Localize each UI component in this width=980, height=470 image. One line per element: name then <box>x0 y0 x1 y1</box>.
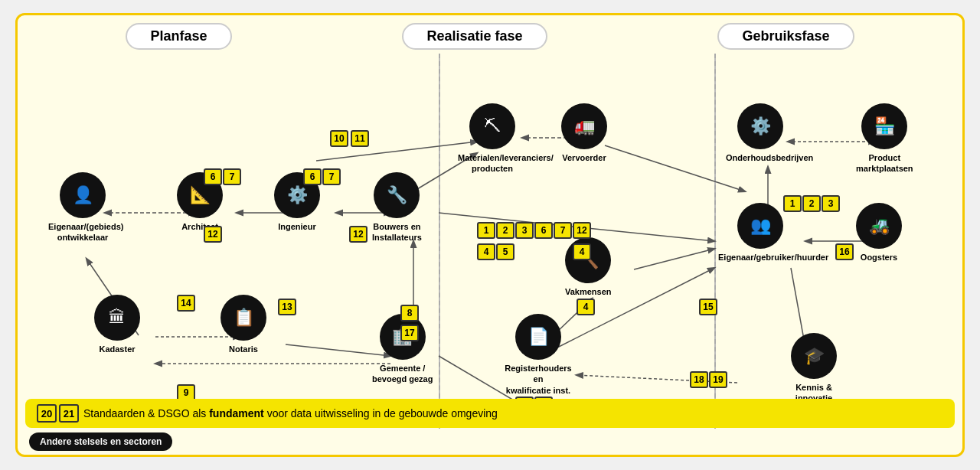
diagram-area: 👤 Eigenaar/(gebieds)ontwikkelaar 📐 Archi… <box>25 54 955 429</box>
product-icon: 🏪 <box>861 103 907 149</box>
banner-text-normal: Standaarden & DSGO als <box>83 407 209 419</box>
badge-8a: 8 <box>400 305 419 321</box>
actor-onderhoud: ⚙️ Onderhoudsbedrijven <box>726 103 795 163</box>
badge-reg4: 4 <box>577 299 595 315</box>
badge-g2: 2 <box>802 195 821 212</box>
kennis-icon: 🎓 <box>791 333 837 379</box>
badge-14: 14 <box>177 295 195 312</box>
svg-line-5 <box>605 145 745 191</box>
badge-16: 16 <box>835 243 854 260</box>
kadaster-label: Kadaster <box>99 344 135 354</box>
badge-r5: 5 <box>496 243 514 260</box>
vervoerder-label: Vervoerder <box>562 152 606 163</box>
materialen-icon: ⛏ <box>469 103 515 149</box>
badge-19: 19 <box>709 371 727 388</box>
badge-7a: 7 <box>223 168 241 185</box>
badge-r4: 4 <box>477 243 495 260</box>
badge-r2: 2 <box>496 222 514 239</box>
badge-13: 13 <box>278 299 296 315</box>
banner-text: Standaarden & DSGO als fundament voor da… <box>83 407 498 419</box>
notaris-label: Notaris <box>229 344 258 354</box>
bouwers-label: Bouwers enInstallateurs <box>372 221 422 243</box>
badge-r12: 12 <box>573 222 591 239</box>
banner-badge-20: 20 <box>37 404 57 423</box>
phase-gebruik: Gebruiksfase <box>717 23 854 50</box>
other-stelsels-button[interactable]: Andere stelsels en sectoren <box>29 432 172 451</box>
badge-v4: 4 <box>573 243 591 260</box>
notaris-icon: 📋 <box>220 295 266 341</box>
divider-plan-realisatie <box>439 54 440 429</box>
eigenaar-icon: 👤 <box>60 172 106 218</box>
registerhouders-label: Registerhouders enkwalificatie inst. <box>504 363 573 396</box>
vervoerder-icon: 🚛 <box>561 103 607 149</box>
badge-r3: 3 <box>515 222 534 239</box>
banner-text-end: voor data uitwisseling in de gebouwde om… <box>264 407 498 419</box>
badge-r1: 1 <box>477 222 495 239</box>
actor-kadaster: 🏛 Kadaster <box>94 295 140 354</box>
badge-15: 15 <box>699 299 717 315</box>
main-container: Planfase Realisatie fase Gebruiksfase <box>15 13 965 457</box>
registerhouders-icon: 📄 <box>515 314 561 360</box>
banner-text-bold: fundament <box>209 407 264 419</box>
actor-registerhouders: 📄 Registerhouders enkwalificatie inst. <box>504 314 573 396</box>
eigenaar2-label: Eigenaar/gebruiker/huurder <box>718 252 802 263</box>
bouwers-icon: 🔧 <box>374 172 420 218</box>
badge-7b: 7 <box>322 168 341 185</box>
vakmensen-label: Vakmensen <box>565 286 612 297</box>
actor-oogsters: 🚜 Oogsters <box>856 203 902 263</box>
actor-bouwers: 🔧 Bouwers enInstallateurs <box>372 172 422 243</box>
actor-materialen: ⛏ Materialen/leveranciers/producten <box>458 103 527 175</box>
actor-vervoerder: 🚛 Vervoerder <box>561 103 607 163</box>
kadaster-icon: 🏛 <box>94 295 140 341</box>
badge-11: 11 <box>351 130 369 147</box>
materialen-label: Materialen/leveranciers/producten <box>458 152 527 175</box>
badge-18: 18 <box>690 371 708 388</box>
ingenieur-label: Ingenieur <box>278 221 316 232</box>
onderhoud-label: Onderhoudsbedrijven <box>726 152 795 163</box>
phase-plan: Planfase <box>126 23 231 50</box>
gemeente-label: Gemeente /bevoegd gezag <box>372 363 433 385</box>
badge-g3: 3 <box>822 195 840 212</box>
eigenaar2-icon: 👥 <box>737 203 783 249</box>
badge-g1: 1 <box>783 195 802 212</box>
eigenaar-label: Eigenaar/(gebieds)ontwikkelaar <box>48 221 117 243</box>
badge-6b: 6 <box>303 168 322 185</box>
actor-notaris: 📋 Notaris <box>220 295 266 354</box>
phase-realisatie: Realisatie fase <box>402 23 547 50</box>
badge-10: 10 <box>330 130 348 147</box>
badge-12a: 12 <box>204 226 222 243</box>
actor-eigenaar: 👤 Eigenaar/(gebieds)ontwikkelaar <box>48 172 117 243</box>
bottom-banner: 20 21 Standaarden & DSGO als fundament v… <box>25 399 955 428</box>
badge-r7: 7 <box>554 222 572 239</box>
banner-badge-21: 21 <box>59 404 79 423</box>
onderhoud-icon: ⚙️ <box>737 103 783 149</box>
oogsters-icon: 🚜 <box>856 203 902 249</box>
badge-17: 17 <box>400 325 419 341</box>
badge-6a: 6 <box>204 168 222 185</box>
oogsters-label: Oogsters <box>861 252 897 263</box>
product-label: Productmarktplaatsen <box>856 152 913 175</box>
badge-r6: 6 <box>534 222 553 239</box>
actor-product: 🏪 Productmarktplaatsen <box>856 103 913 175</box>
svg-line-10 <box>634 249 714 269</box>
badge-12b: 12 <box>349 226 368 243</box>
banner-badges: 20 21 <box>37 404 79 423</box>
